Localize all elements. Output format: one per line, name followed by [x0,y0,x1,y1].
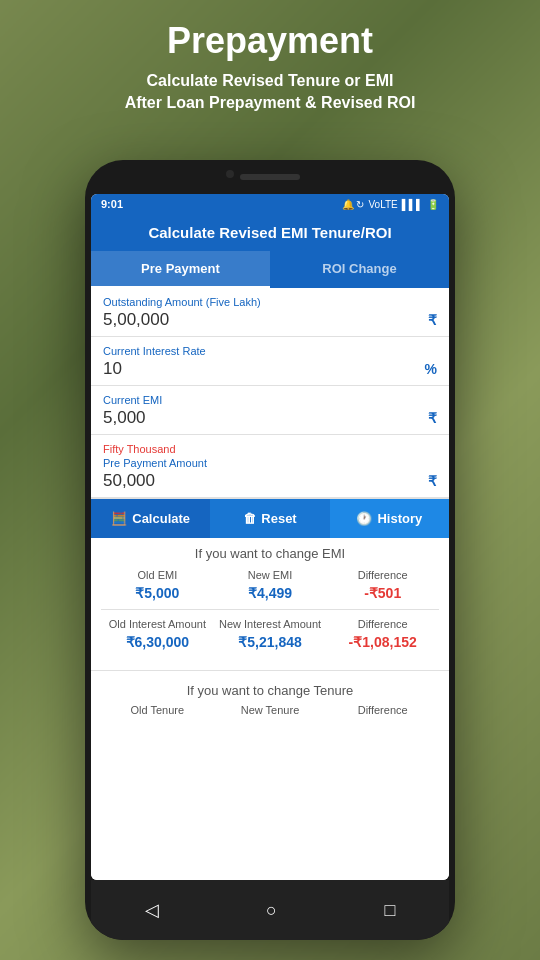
interest-difference-label: Difference [326,618,439,630]
home-button[interactable]: ○ [266,900,277,921]
emi-results-title: If you want to change EMI [101,546,439,561]
phone-camera [226,170,234,178]
new-tenure-label: New Tenure [214,704,327,716]
emi-results-section: If you want to change EMI Old EMI ₹5,000… [91,538,449,662]
phone-speaker [240,174,300,180]
app-title: Calculate Revised EMI Tenure/ROI [148,224,391,241]
page-title: Prepayment [0,20,540,62]
interest-rate-value[interactable]: 10 [103,359,122,379]
prepayment-sublabel: Fifty Thousand [103,443,437,455]
reset-icon: 🗑 [243,511,256,526]
interest-rate-group: Current Interest Rate 10 % [91,337,449,386]
prepayment-amount-group: Fifty Thousand Pre Payment Amount 50,000… [91,435,449,498]
old-interest-value: ₹6,30,000 [101,634,214,650]
outstanding-amount-value[interactable]: 5,00,000 [103,310,169,330]
tenure-difference-label: Difference [326,704,439,716]
old-interest-label: Old Interest Amount [101,618,214,630]
back-button[interactable]: ◁ [145,899,159,921]
calculate-button[interactable]: 🧮 Calculate [91,499,210,538]
outstanding-amount-icon: ₹ [428,312,437,328]
current-emi-group: Current EMI 5,000 ₹ [91,386,449,435]
recents-button[interactable]: □ [384,900,395,921]
prepayment-amount-value[interactable]: 50,000 [103,471,155,491]
calculator-icon: 🧮 [111,511,127,526]
emi-difference-label: Difference [326,569,439,581]
status-time: 9:01 [101,198,123,210]
new-interest-label: New Interest Amount [214,618,327,630]
signal-bars: ▌▌▌ [402,199,423,210]
prepayment-amount-label: Pre Payment Amount [103,457,437,469]
current-emi-icon: ₹ [428,410,437,426]
new-interest-value: ₹5,21,848 [214,634,327,650]
current-emi-value[interactable]: 5,000 [103,408,146,428]
phone-frame: 9:01 🔔 ↻ VoLTE ▌▌▌ 🔋 Calculate Revised E… [85,160,455,940]
phone-screen: 9:01 🔔 ↻ VoLTE ▌▌▌ 🔋 Calculate Revised E… [91,194,449,880]
reset-button[interactable]: 🗑 Reset [210,499,329,538]
history-button[interactable]: 🕐 History [330,499,449,538]
interest-rate-icon: % [425,361,437,377]
old-emi-label: Old EMI [101,569,214,581]
interest-difference-value: -₹1,08,152 [326,634,439,650]
app-header: Calculate Revised EMI Tenure/ROI [91,214,449,251]
form-section: Outstanding Amount (Five Lakh) 5,00,000 … [91,288,449,880]
top-text-section: Prepayment Calculate Revised Tenure or E… [0,20,540,115]
emi-difference-value: -₹501 [326,585,439,601]
status-icons: 🔔 ↻ VoLTE ▌▌▌ 🔋 [342,199,439,210]
emi-column-headers: Old EMI ₹5,000 New EMI ₹4,499 Difference… [101,569,439,601]
outstanding-amount-group: Outstanding Amount (Five Lakh) 5,00,000 … [91,288,449,337]
tab-pre-payment[interactable]: Pre Payment [91,251,270,288]
old-tenure-label: Old Tenure [101,704,214,716]
tenure-results-title: If you want to change Tenure [101,683,439,698]
tab-roi-change[interactable]: ROI Change [270,251,449,288]
prepayment-amount-icon: ₹ [428,473,437,489]
section-divider [91,670,449,671]
bottom-nav: ◁ ○ □ [91,880,449,940]
old-emi-value: ₹5,000 [101,585,214,601]
action-buttons: 🧮 Calculate 🗑 Reset 🕐 History [91,498,449,538]
page-subtitle: Calculate Revised Tenure or EMI After Lo… [0,70,540,115]
interest-results-row: Old Interest Amount ₹6,30,000 New Intere… [101,618,439,650]
tab-bar[interactable]: Pre Payment ROI Change [91,251,449,288]
tenure-results-section: If you want to change Tenure Old Tenure … [91,679,449,728]
notification-icons: 🔔 ↻ [342,199,365,210]
current-emi-label: Current EMI [103,394,437,406]
results-divider [101,609,439,610]
tenure-column-headers: Old Tenure New Tenure Difference [101,704,439,720]
new-emi-label: New EMI [214,569,327,581]
battery-icon: 🔋 [427,199,439,210]
network-type: VoLTE [368,199,397,210]
status-bar: 9:01 🔔 ↻ VoLTE ▌▌▌ 🔋 [91,194,449,214]
outstanding-amount-label: Outstanding Amount (Five Lakh) [103,296,437,308]
new-emi-value: ₹4,499 [214,585,327,601]
history-icon: 🕐 [356,511,372,526]
interest-rate-label: Current Interest Rate [103,345,437,357]
